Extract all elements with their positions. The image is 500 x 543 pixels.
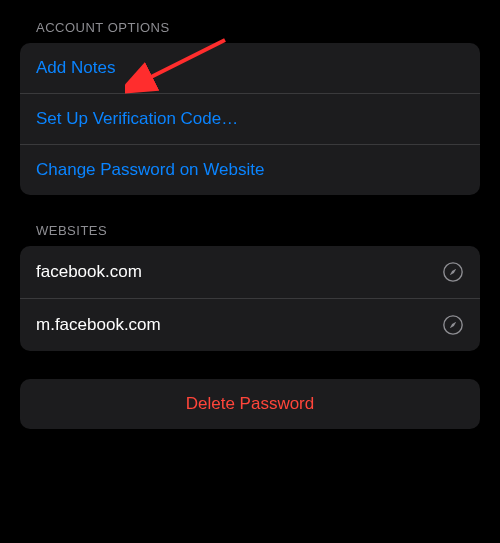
delete-password-button[interactable]: Delete Password: [20, 379, 480, 429]
delete-password-label: Delete Password: [186, 394, 315, 414]
setup-verification-label: Set Up Verification Code…: [36, 109, 238, 129]
website-label: facebook.com: [36, 262, 142, 282]
change-password-row[interactable]: Change Password on Website: [20, 144, 480, 195]
account-options-card: Add Notes Set Up Verification Code… Chan…: [20, 43, 480, 195]
account-options-header: ACCOUNT OPTIONS: [20, 20, 480, 35]
svg-marker-3: [450, 322, 456, 328]
svg-marker-1: [450, 269, 456, 275]
safari-icon: [442, 261, 464, 283]
add-notes-label: Add Notes: [36, 58, 115, 78]
add-notes-row[interactable]: Add Notes: [20, 43, 480, 93]
website-row-0[interactable]: facebook.com: [20, 246, 480, 298]
safari-icon: [442, 314, 464, 336]
change-password-label: Change Password on Website: [36, 160, 264, 180]
websites-header: WEBSITES: [20, 223, 480, 238]
website-label: m.facebook.com: [36, 315, 161, 335]
delete-card: Delete Password: [20, 379, 480, 429]
setup-verification-row[interactable]: Set Up Verification Code…: [20, 93, 480, 144]
website-row-1[interactable]: m.facebook.com: [20, 298, 480, 351]
websites-card: facebook.com m.facebook.com: [20, 246, 480, 351]
